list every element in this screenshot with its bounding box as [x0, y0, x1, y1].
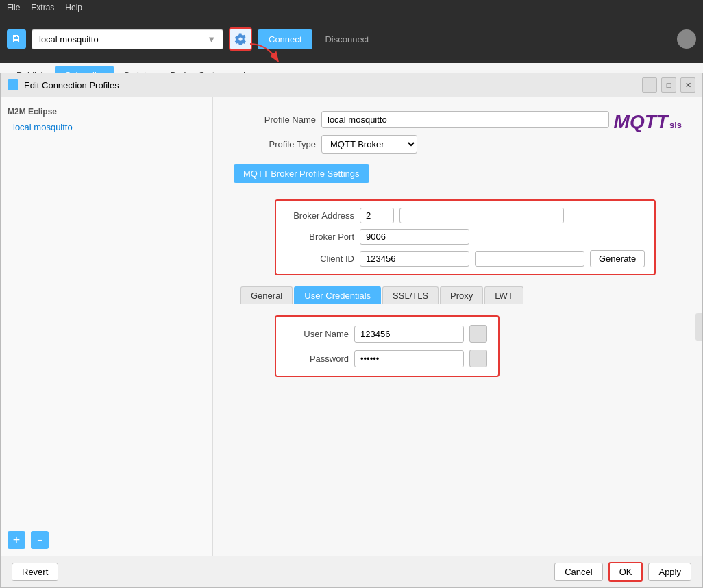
add-profile-button[interactable]: +: [8, 531, 25, 549]
broker-port-label: Broker Port: [286, 232, 354, 242]
broker-settings-header: MQTT Broker Profile Settings: [234, 164, 369, 183]
broker-address-label: Broker Address: [286, 210, 354, 221]
edge-indicator: [695, 313, 702, 341]
gear-button[interactable]: [229, 27, 252, 51]
close-button[interactable]: ✕: [680, 77, 695, 93]
maximize-button[interactable]: □: [661, 77, 676, 93]
client-id-input[interactable]: [360, 251, 469, 267]
broker-address-extra-input[interactable]: [399, 208, 564, 223]
sidebar-group-label: M2M Eclipse: [8, 104, 206, 119]
gear-icon: [234, 33, 247, 45]
generate-button[interactable]: Generate: [590, 250, 645, 267]
remove-profile-button[interactable]: −: [31, 531, 49, 549]
doc-icon: 🗎: [7, 29, 26, 49]
profile-type-label: Profile Type: [234, 139, 316, 149]
dropdown-arrow-icon: ▼: [207, 34, 216, 45]
username-extra-button[interactable]: [469, 325, 487, 343]
username-input[interactable]: [354, 326, 464, 343]
client-id-label: Client ID: [286, 254, 354, 264]
password-extra-button[interactable]: [469, 350, 487, 367]
menu-help[interactable]: Help: [65, 3, 82, 12]
dialog-title: Edit Connection Profiles: [24, 80, 637, 90]
connect-button[interactable]: Connect: [258, 29, 312, 49]
broker-address-input[interactable]: [360, 208, 394, 223]
inner-tab-ssl-tls[interactable]: SSL/TLS: [382, 286, 439, 304]
cancel-button[interactable]: Cancel: [554, 563, 602, 581]
profile-name-label: Profile Name: [234, 114, 316, 125]
minimize-button[interactable]: –: [642, 77, 657, 93]
password-label: Password: [287, 354, 349, 364]
client-id-extra-input[interactable]: [475, 251, 584, 267]
revert-button[interactable]: Revert: [12, 563, 58, 581]
inner-tab-user-credentials[interactable]: User Credentials: [294, 286, 381, 304]
inner-tab-general[interactable]: General: [241, 286, 293, 304]
inner-tab-lwt[interactable]: LWT: [484, 286, 523, 304]
connection-name: local mosquitto: [39, 34, 99, 45]
apply-button[interactable]: Apply: [648, 563, 691, 581]
avatar: [677, 29, 696, 49]
disconnect-button[interactable]: Disconnect: [318, 29, 375, 49]
broker-port-input[interactable]: [360, 229, 469, 245]
profile-name-input[interactable]: [321, 111, 609, 128]
menu-file[interactable]: File: [7, 3, 20, 12]
ok-button[interactable]: OK: [608, 562, 643, 582]
inner-tab-proxy[interactable]: Proxy: [440, 286, 483, 304]
dialog-titlebar-icon: [8, 79, 18, 90]
sidebar-item-local-mosquitto[interactable]: local mosquitto: [8, 119, 206, 135]
profile-type-select[interactable]: MQTT Broker MQTT over WebSocket: [321, 135, 417, 154]
username-label: User Name: [287, 329, 349, 339]
mqtt-logo: MQTT sis: [614, 111, 682, 133]
password-input[interactable]: [354, 350, 464, 367]
connection-dropdown[interactable]: local mosquitto ▼: [32, 29, 223, 49]
menu-extras[interactable]: Extras: [31, 3, 54, 12]
